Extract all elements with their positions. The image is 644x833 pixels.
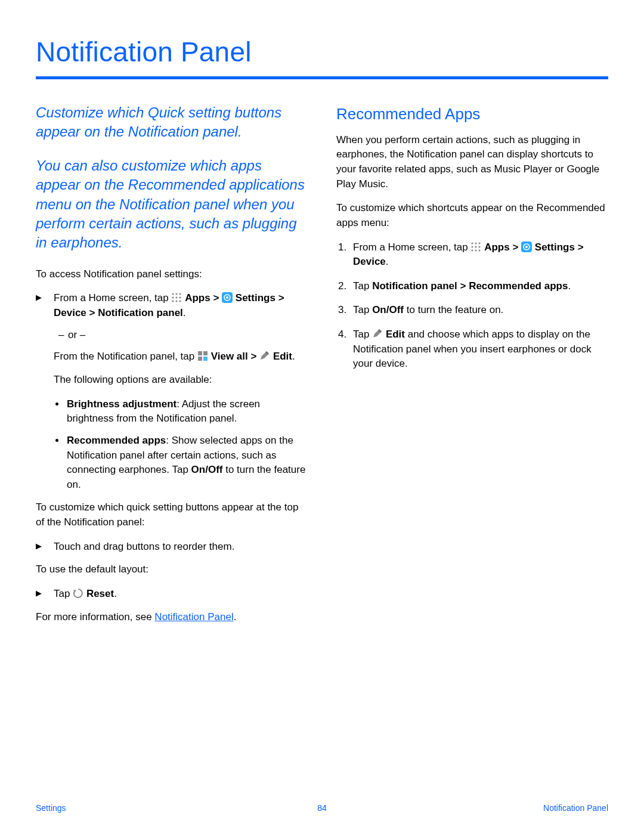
rec-step-2: Tap Notification panel > Recommended app…	[349, 279, 608, 294]
text: From the Notification panel, tap	[54, 351, 197, 362]
reset-label: Reset	[86, 588, 114, 599]
edit-label: Edit	[273, 351, 292, 362]
apps-label: Apps	[484, 241, 510, 253]
option-brightness: Brightness adjustment: Adjust the screen…	[66, 397, 308, 426]
gt: >	[213, 292, 222, 304]
view-all-icon	[197, 351, 208, 361]
edit-icon	[259, 351, 270, 361]
manual-page: Notification Panel Customize which Quick…	[0, 0, 644, 833]
default-lead: To use the default layout:	[36, 562, 308, 577]
bold: Edit	[386, 329, 405, 340]
more-info: For more information, see Notification P…	[36, 610, 308, 625]
edit-icon	[372, 329, 383, 339]
intro-text-2: You can also customize which apps appear…	[36, 156, 308, 253]
footer-left: Settings	[36, 803, 66, 813]
reset-item: Tap Reset.	[48, 587, 308, 602]
reorder-item: Touch and drag buttons to reorder them.	[48, 540, 308, 555]
apps-label: Apps	[185, 292, 210, 304]
left-column: Customize which Quick setting buttons ap…	[36, 103, 308, 634]
rec-p1: When you perform certain actions, such a…	[336, 133, 608, 192]
period: .	[234, 611, 237, 623]
text: From a Home screen, tap	[54, 292, 171, 304]
bold: Notification panel > Recommended apps	[372, 280, 568, 292]
options-lead: The following options are available:	[54, 373, 308, 388]
viewall-label: View all	[211, 351, 248, 362]
period: .	[114, 588, 117, 599]
rec-p2: To customize which shortcuts appear on t…	[336, 201, 608, 230]
settings-icon	[521, 241, 532, 252]
rec-steps: From a Home screen, tap Apps > Settings …	[336, 240, 608, 371]
reset-icon	[73, 588, 83, 599]
customize-lead: To customize which quick setting buttons…	[36, 500, 308, 529]
column-layout: Customize which Quick setting buttons ap…	[36, 103, 608, 634]
page-footer: Settings 84 Notification Panel	[0, 803, 644, 813]
gt: >	[512, 241, 521, 253]
apps-grid-icon	[171, 292, 182, 303]
settings-label: Settings	[535, 241, 575, 253]
page-title: Notification Panel	[36, 36, 608, 68]
prefix: Tap	[353, 304, 372, 315]
tap-word: Tap	[54, 588, 73, 599]
title-rule	[36, 76, 608, 79]
right-column: Recommended Apps When you perform certai…	[336, 103, 608, 634]
option-recommended-apps: Recommended apps: Show selected apps on …	[66, 433, 308, 493]
reset-step: Tap Reset.	[36, 587, 308, 602]
label: Brightness adjustment	[67, 398, 177, 410]
prefix: For more information, see	[36, 611, 154, 623]
period: .	[568, 280, 571, 292]
bold: On/Off	[372, 304, 404, 315]
label: Recommended apps	[67, 435, 166, 446]
recommended-apps-heading: Recommended Apps	[336, 103, 608, 126]
access-step-1: From a Home screen, tap Apps > Settings …	[48, 291, 308, 492]
access-lead: To access Notification panel settings:	[36, 267, 308, 282]
notification-panel-link[interactable]: Notification Panel	[154, 611, 233, 623]
settings-label: Settings	[236, 292, 275, 304]
period: .	[386, 256, 389, 267]
intro-text-1: Customize which Quick setting buttons ap…	[36, 103, 308, 142]
period: .	[292, 351, 295, 362]
onoff: On/Off	[191, 464, 223, 475]
tail: to turn the feature on.	[404, 304, 503, 315]
or-alternative: or –	[54, 328, 308, 343]
or-line: or –	[61, 328, 308, 343]
settings-icon	[222, 292, 233, 303]
text: From a Home screen, tap	[353, 241, 470, 253]
alt-step: From the Notification panel, tap View al…	[54, 349, 308, 364]
reorder-step: Touch and drag buttons to reorder them.	[36, 540, 308, 555]
apps-grid-icon	[470, 241, 481, 252]
rec-step-4: Tap Edit and choose which apps to displa…	[349, 327, 608, 371]
rec-step-3: Tap On/Off to turn the feature on.	[349, 303, 608, 318]
rec-step-1: From a Home screen, tap Apps > Settings …	[349, 240, 608, 270]
footer-page-number: 84	[317, 803, 327, 813]
prefix: Tap	[353, 280, 372, 292]
gt: >	[251, 351, 260, 362]
footer-right: Notification Panel	[543, 803, 608, 813]
period: .	[183, 307, 186, 318]
prefix: Tap	[353, 329, 372, 340]
access-steps: From a Home screen, tap Apps > Settings …	[36, 291, 308, 492]
options-list: Brightness adjustment: Adjust the screen…	[54, 397, 308, 493]
